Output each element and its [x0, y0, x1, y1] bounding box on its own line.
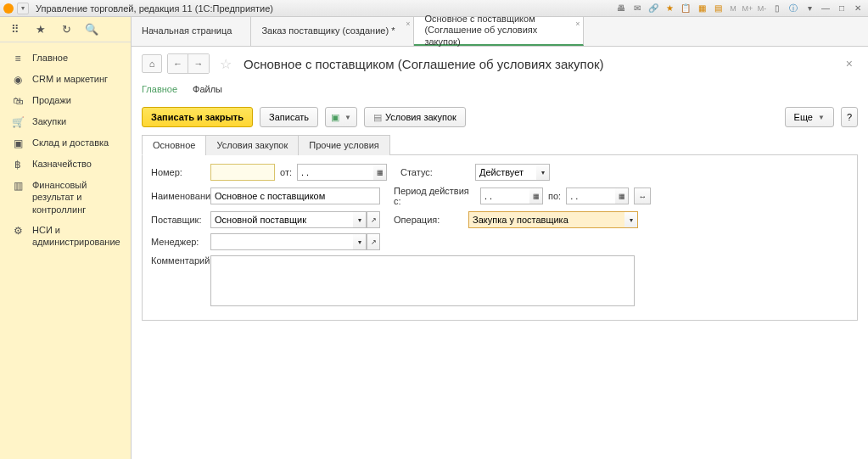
dropdown-icon[interactable]: ▾ — [353, 211, 367, 228]
number-input[interactable] — [210, 164, 275, 181]
sidebar-item-treasury[interactable]: ฿ Казначейство — [0, 154, 131, 175]
box-icon: ▣ — [12, 137, 24, 149]
sidebar-item-sales[interactable]: 🛍 Продажи — [0, 90, 131, 111]
tb-calc-icon[interactable]: ▦ — [695, 3, 708, 14]
tb-star-icon[interactable]: ★ — [663, 3, 676, 14]
money-icon: ฿ — [12, 159, 24, 171]
comment-textarea[interactable] — [210, 255, 635, 306]
apps-icon[interactable]: ⠿ — [8, 23, 22, 36]
favorite-star-icon[interactable]: ☆ — [218, 56, 233, 71]
tab-close-icon[interactable]: × — [575, 20, 580, 28]
titlebar-dropdown[interactable]: ▾ — [17, 3, 29, 14]
save-button[interactable]: Записать — [260, 107, 318, 127]
form-tab-other[interactable]: Прочие условия — [298, 135, 389, 155]
tb-link-icon[interactable]: 🔗 — [647, 3, 660, 14]
page-close-button[interactable]: × — [841, 57, 858, 70]
help-button[interactable]: ? — [841, 107, 858, 127]
tb-mminus-icon[interactable]: M- — [756, 3, 768, 14]
forward-button[interactable]: → — [188, 54, 209, 73]
form-tabs: Основное Условия закупок Прочие условия — [142, 134, 858, 155]
cart-icon: 🛒 — [12, 116, 24, 128]
number-label: Номер: — [151, 167, 205, 177]
swap-icon[interactable]: ↔ — [634, 188, 651, 204]
form-tab-main[interactable]: Основное — [142, 135, 206, 155]
close-button[interactable]: ✕ — [851, 3, 865, 14]
gear-icon: ⚙ — [12, 225, 24, 237]
tb-print-icon[interactable]: 🖶 — [614, 3, 628, 14]
from-label: от: — [280, 167, 292, 177]
sidebar-item-nsi[interactable]: ⚙ НСИ и администрирование — [0, 220, 131, 253]
tab-label: Основное с поставщиком (Соглашение об ус… — [424, 14, 573, 48]
tab-agreement[interactable]: Основное с поставщиком (Соглашение об ус… — [414, 17, 584, 46]
operation-select[interactable] — [468, 211, 624, 228]
subtab-files[interactable]: Файлы — [193, 81, 222, 99]
tb-info-icon[interactable]: ⓘ — [787, 3, 800, 14]
period-label: Период действия с: — [394, 186, 475, 206]
date-from-input[interactable] — [297, 164, 373, 181]
crm-icon: ◉ — [12, 74, 24, 86]
tb-info-dd[interactable]: ▾ — [803, 3, 816, 14]
supplier-input[interactable] — [210, 211, 353, 228]
status-select[interactable] — [475, 164, 536, 181]
sidebar-item-purchases[interactable]: 🛒 Закупки — [0, 111, 131, 132]
dropdown-icon[interactable]: ▾ — [624, 211, 638, 228]
tb-grid-icon[interactable]: ▤ — [711, 3, 725, 14]
name-input[interactable] — [210, 188, 380, 204]
tab-label: Начальная страница — [142, 25, 240, 36]
create-based-button[interactable]: ▣▼ — [325, 107, 357, 127]
calendar-icon[interactable]: ▦ — [615, 188, 629, 204]
sidebar-item-label: Главное — [32, 52, 68, 64]
maximize-button[interactable]: □ — [835, 3, 848, 14]
tb-m-icon[interactable]: M — [727, 3, 739, 14]
calendar-icon[interactable]: ▦ — [373, 164, 387, 181]
subtab-main[interactable]: Главное — [142, 81, 177, 99]
tb-clipboard-icon[interactable]: 📋 — [679, 3, 692, 14]
tb-mail-icon[interactable]: ✉ — [630, 3, 644, 14]
home-button[interactable]: ⌂ — [142, 54, 162, 73]
calendar-icon[interactable]: ▦ — [529, 188, 543, 204]
sidebar-item-label: Казначейство — [32, 158, 92, 170]
tab-order[interactable]: Заказ поставщику (создание) * × — [251, 17, 414, 46]
sidebar-item-label: НСИ и администрирование — [32, 224, 122, 249]
operation-label: Операция: — [394, 215, 440, 225]
sidebar-item-finance[interactable]: ▥ Финансовый результат и контроллинг — [0, 175, 131, 220]
history-icon[interactable]: ↻ — [59, 23, 73, 36]
toolbar: Записать и закрыть Записать ▣▼ ▤Условия … — [132, 100, 868, 134]
home-icon: ≡ — [12, 53, 24, 64]
sidebar-item-warehouse[interactable]: ▣ Склад и доставка — [0, 132, 131, 154]
tb-mplus-icon[interactable]: M+ — [742, 3, 753, 14]
minimize-button[interactable]: — — [819, 3, 832, 14]
tab-start-page[interactable]: Начальная страница — [132, 17, 251, 46]
back-button[interactable]: ← — [168, 54, 188, 73]
page-title: Основное с поставщиком (Соглашение об ус… — [244, 57, 604, 71]
tab-label: Заказ поставщику (создание) * — [261, 25, 403, 36]
manager-input[interactable] — [210, 233, 353, 250]
period-from-input[interactable] — [480, 188, 529, 204]
sidebar-nav: ≡ Главное ◉ CRM и маркетинг 🛍 Продажи 🛒 … — [0, 42, 131, 257]
sidebar-item-label: Склад и доставка — [32, 137, 109, 148]
sidebar-item-main[interactable]: ≡ Главное — [0, 48, 131, 69]
more-button[interactable]: Еще▼ — [785, 107, 834, 127]
name-label: Наименование: — [151, 191, 205, 201]
conditions-button[interactable]: ▤Условия закупок — [364, 107, 466, 127]
page-header: ⌂ ← → ☆ Основное с поставщиком (Соглашен… — [132, 47, 868, 81]
sidebar-item-crm[interactable]: ◉ CRM и маркетинг — [0, 69, 131, 90]
sidebar-tools: ⠿ ★ ↻ 🔍 — [0, 17, 131, 42]
save-close-button[interactable]: Записать и закрыть — [142, 107, 253, 127]
open-icon[interactable]: ↗ — [367, 211, 380, 228]
open-icon[interactable]: ↗ — [367, 233, 380, 250]
tab-close-icon[interactable]: × — [406, 20, 410, 28]
content: Начальная страница Заказ поставщику (соз… — [132, 17, 868, 459]
period-to-input[interactable] — [566, 188, 615, 204]
period-to-label: по: — [548, 191, 561, 201]
form-body: Номер: от: ▦ Статус: ▾ Наименование: Пер… — [142, 155, 858, 321]
chart-icon: ▥ — [12, 180, 24, 192]
comment-label: Комментарий: — [151, 255, 205, 266]
form-tab-conditions[interactable]: Условия закупок — [205, 135, 299, 155]
star-icon[interactable]: ★ — [34, 23, 48, 36]
supplier-label: Поставщик: — [151, 215, 205, 225]
search-icon[interactable]: 🔍 — [85, 23, 98, 36]
tabs-row: Начальная страница Заказ поставщику (соз… — [132, 17, 868, 47]
dropdown-icon[interactable]: ▾ — [536, 164, 550, 181]
dropdown-icon[interactable]: ▾ — [353, 233, 367, 250]
